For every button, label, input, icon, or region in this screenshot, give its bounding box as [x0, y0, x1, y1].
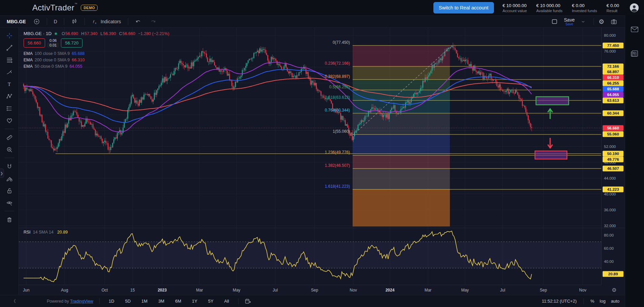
price-tick: 80.000	[604, 33, 616, 37]
remove-all-icon	[6, 216, 13, 223]
candlestick-icon	[71, 18, 78, 25]
go-to-date-button[interactable]	[245, 298, 251, 305]
account-stats: € 10 000.00Account value€ 10 000.00Avail…	[503, 3, 619, 13]
drawing-toolbar: T	[0, 28, 19, 295]
add-symbol-button[interactable]	[30, 17, 43, 26]
rsi-tick: 80.00	[604, 233, 614, 237]
timeframe-5D[interactable]: 5D	[122, 298, 134, 305]
auto-scale-toggle[interactable]: auto	[611, 299, 619, 304]
rsi-legend[interactable]: RSI 14 SMA 14 20.89	[24, 230, 68, 235]
redo-icon	[150, 18, 156, 25]
redo-button[interactable]	[146, 17, 160, 26]
avatar[interactable]	[629, 3, 639, 13]
tool-xabcd-pattern[interactable]	[3, 91, 15, 101]
tool-magnet[interactable]	[3, 161, 15, 172]
account-stat: € 0.00Invested funds	[572, 3, 597, 13]
tool-lock-all[interactable]	[3, 185, 15, 196]
price-badge: 49.776	[603, 157, 623, 162]
change-value: −1.280 (−2.21%)	[138, 31, 169, 36]
tool-text[interactable]: T	[3, 79, 15, 89]
tool-brush[interactable]	[3, 67, 15, 77]
text-icon: T	[6, 81, 13, 88]
timeframe-3M[interactable]: 3M	[155, 298, 167, 305]
price-badge: 72.166	[603, 64, 623, 69]
demo-badge: DEMO	[81, 5, 98, 11]
long-short-position-icon	[6, 105, 13, 112]
price-badge: 65.688	[603, 86, 623, 92]
undo-button[interactable]	[132, 17, 145, 26]
toolbar-divider	[4, 211, 14, 211]
tool-hide-all[interactable]	[3, 197, 15, 208]
ema-100-row[interactable]: EMA100 close 0 SMA 965.688	[24, 50, 169, 57]
bottom-bar: 《 Powered by TradingView 1D5D1M3M6M1Y5YA…	[0, 295, 625, 307]
save-button[interactable]: SaveSave	[564, 18, 575, 26]
indicators-button[interactable]: ƒxIndicators	[88, 17, 124, 27]
layout-button[interactable]	[548, 17, 561, 26]
news-button[interactable]	[630, 49, 639, 58]
user-icon	[629, 3, 639, 13]
time-label: 2023	[158, 288, 167, 293]
price-tick: 32.000	[604, 224, 616, 228]
timeframe-1M[interactable]: 1M	[138, 298, 150, 305]
time-axis-settings-icon[interactable]: ⚙	[612, 287, 616, 293]
spread: 0.060.01	[47, 38, 59, 48]
interval-button[interactable]: D	[50, 18, 61, 26]
chart-settings-button[interactable]: ⚙	[599, 19, 604, 25]
fx-icon: ƒx	[92, 18, 99, 25]
time-label: Sep	[540, 288, 547, 293]
ema-200-row[interactable]: EMA200 close 0 SMA 966.310	[24, 57, 169, 63]
timeframe-1D[interactable]: 1D	[106, 298, 117, 305]
time-label: Mar	[196, 288, 203, 293]
price-badge: 64.055	[603, 92, 623, 98]
chart-legend: MBG.GE · 1D O56.690 H57.340 L56.390 C56.…	[24, 31, 169, 69]
tool-drawing-sync[interactable]	[3, 173, 15, 184]
switch-to-real-button[interactable]: Switch to Real account	[433, 2, 494, 13]
percent-scale-toggle[interactable]: %	[591, 299, 595, 304]
save-menu-chevron[interactable]	[577, 18, 589, 25]
timeframe-6M[interactable]: 6M	[172, 298, 184, 305]
messages-button[interactable]	[630, 25, 639, 34]
account-stat: € 10 000.00Available funds	[536, 3, 563, 13]
collapse-toolbar-icon[interactable]: 《	[11, 298, 15, 304]
plus-circle-icon	[33, 18, 40, 25]
timeframe-All[interactable]: All	[221, 298, 232, 305]
tool-long-short-position[interactable]	[3, 103, 15, 114]
clock[interactable]: 11:52:12 (UTC+2)	[542, 299, 576, 304]
tool-ruler[interactable]	[3, 132, 15, 143]
ema-50-row[interactable]: EMA50 close 0 SMA 964.055	[24, 63, 169, 69]
target-box-down[interactable]	[535, 151, 567, 159]
powered-by: Powered by TradingView	[47, 299, 93, 304]
tool-remove-all[interactable]	[3, 214, 15, 225]
tradingview-link[interactable]: TradingView	[70, 299, 93, 304]
buy-button[interactable]: 56.720	[61, 38, 82, 48]
pane-separator[interactable]	[19, 228, 625, 228]
symbol-tab[interactable]: MBG.GE	[4, 19, 29, 24]
time-label: Nov	[579, 288, 586, 293]
watchlist-expander[interactable]: ❯	[0, 168, 4, 178]
fib-level-label: 1(55.060)	[333, 129, 350, 134]
price-axis[interactable]: 80.00076.00052.00048.00044.00040.00036.0…	[601, 28, 625, 285]
timeframe-5Y[interactable]: 5Y	[205, 298, 216, 305]
rsi-tick: 60.00	[604, 246, 614, 250]
tool-emoji[interactable]	[3, 115, 15, 126]
legend-symbol[interactable]: MBG.GE · 1D	[24, 31, 51, 36]
tool-crosshair[interactable]	[3, 30, 15, 41]
camera-icon	[610, 18, 617, 25]
time-axis[interactable]: JunAugOct152023MarMayJulSepNov2024MarMay…	[19, 285, 601, 295]
screenshot-button[interactable]	[607, 17, 621, 27]
fib-level-label: 1.236(49.776)	[325, 150, 350, 155]
svg-text:ƒ: ƒ	[93, 19, 95, 23]
timeframe-1Y[interactable]: 1Y	[189, 298, 201, 305]
sell-button[interactable]: 56.660	[24, 38, 45, 48]
fib-bands[interactable]	[353, 45, 450, 226]
tool-zoom-in[interactable]	[3, 144, 15, 155]
tool-fib-retracement[interactable]	[3, 55, 15, 65]
chart-style-button[interactable]	[68, 17, 81, 26]
tool-trend-line[interactable]	[3, 42, 15, 53]
fib-level-label: 1.382(46.507)	[325, 163, 350, 168]
target-box-up[interactable]	[536, 97, 569, 105]
account-stat: € 0.00Result	[606, 3, 619, 13]
price-badge: 41.223	[603, 187, 623, 192]
log-scale-toggle[interactable]: log	[600, 299, 605, 304]
chart-container[interactable]: 80.00076.00052.00048.00044.00040.00036.0…	[19, 28, 625, 295]
